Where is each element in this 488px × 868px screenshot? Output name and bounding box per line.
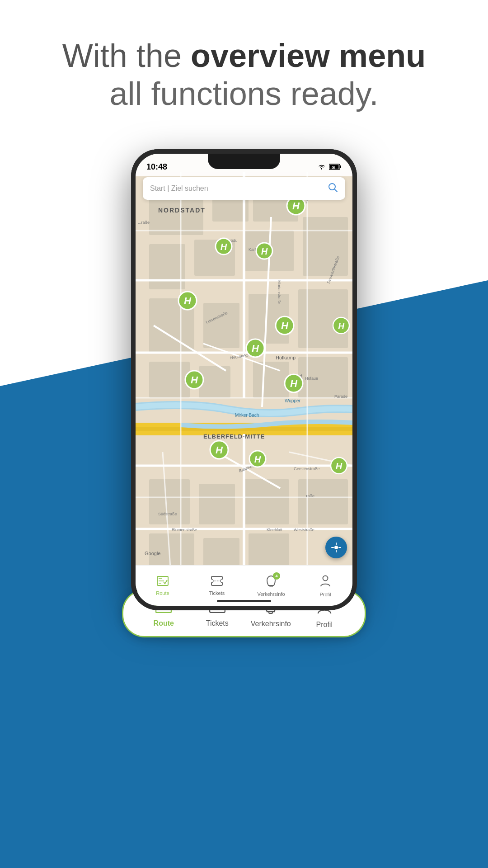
map-area[interactable]: NORDSTADT ELBERFELD-MITTE Hofkamp Mirker… — [136, 154, 352, 606]
phone-nav-profil-icon — [320, 575, 331, 590]
svg-text:Morianstraße: Morianstraße — [277, 280, 282, 304]
phone-nav-verkehrsinfo[interactable]: 4 Verkehrsinfo — [244, 575, 298, 597]
header-section: With the overview menu all functions rea… — [0, 36, 488, 112]
svg-text:Südstraße: Südstraße — [158, 512, 177, 516]
location-fab[interactable] — [325, 537, 347, 558]
svg-rect-24 — [149, 362, 190, 398]
search-icon[interactable] — [328, 183, 338, 195]
phone-bottom-nav: Route Tickets — [136, 565, 352, 606]
svg-text:Mirker Bach: Mirker Bach — [235, 413, 259, 418]
search-placeholder: Start | Ziel suchen — [150, 184, 328, 193]
svg-text:Google: Google — [145, 551, 160, 556]
phone-nav-route-label: Route — [156, 590, 169, 596]
phone-nav-badge: 4 — [273, 572, 280, 580]
phone-screen: NORDSTADT ELBERFELD-MITTE Hofkamp Mirker… — [136, 154, 352, 606]
svg-rect-19 — [303, 217, 348, 276]
svg-text:...raße: ...raße — [138, 220, 150, 225]
svg-text:H: H — [338, 321, 345, 331]
svg-rect-105 — [340, 165, 341, 168]
headline-normal: With the — [62, 38, 191, 74]
svg-rect-21 — [203, 303, 239, 348]
svg-text:Hofkamp: Hofkamp — [276, 355, 296, 360]
svg-rect-30 — [244, 479, 289, 524]
svg-text:H: H — [281, 320, 289, 331]
svg-rect-124 — [270, 585, 272, 587]
subheadline: all functions ready. — [0, 75, 488, 112]
phone-mockup: Route Tickets — [131, 149, 357, 610]
phone-nav-tickets-icon — [211, 576, 223, 589]
svg-text:H: H — [290, 378, 298, 389]
svg-text:H: H — [191, 374, 198, 386]
phone-nav-tickets-label: Tickets — [209, 590, 225, 596]
phone-device: NORDSTADT ELBERFELD-MITTE Hofkamp Mirker… — [131, 149, 357, 610]
svg-text:Hofaue: Hofaue — [305, 376, 318, 381]
phone-nav-profil-label: Profil — [319, 592, 331, 597]
battery-icon: G! — [329, 164, 342, 170]
floating-tickets-label: Tickets — [206, 619, 229, 627]
svg-rect-29 — [199, 484, 235, 524]
svg-text:H: H — [292, 200, 300, 212]
svg-line-109 — [334, 189, 337, 192]
floating-verkehrsinfo-label: Verkehrsinfo — [251, 620, 291, 628]
floating-route-label: Route — [154, 619, 174, 627]
wifi-icon — [317, 164, 326, 170]
svg-text:H: H — [252, 343, 259, 354]
svg-text:H: H — [184, 295, 192, 307]
google-watermark: Google — [145, 550, 172, 558]
phone-nav-route-icon — [157, 576, 169, 589]
svg-rect-10 — [269, 612, 272, 613]
svg-rect-13 — [149, 199, 203, 235]
phone-notch — [208, 154, 280, 169]
svg-rect-16 — [149, 244, 185, 289]
home-indicator — [217, 600, 271, 602]
headline: With the overview menu — [0, 36, 488, 75]
svg-text:Parade: Parade — [334, 394, 347, 399]
floating-profil-label: Profil — [316, 621, 333, 629]
status-time: 10:48 — [146, 162, 167, 172]
svg-point-125 — [323, 576, 328, 580]
svg-rect-31 — [298, 479, 348, 524]
svg-text:Blumenstraße: Blumenstraße — [172, 528, 197, 532]
headline-bold: overview menu — [191, 38, 426, 74]
svg-point-122 — [221, 579, 223, 583]
svg-text:H: H — [261, 246, 268, 256]
svg-text:H: H — [254, 454, 261, 464]
phone-nav-verkehrsinfo-icon: 4 — [266, 575, 277, 590]
status-icons: G! — [317, 164, 342, 170]
svg-point-121 — [211, 579, 213, 583]
phone-nav-route[interactable]: Route — [136, 576, 190, 596]
svg-text:Wupper: Wupper — [285, 398, 301, 403]
svg-text:NORDSTADT: NORDSTADT — [158, 207, 206, 214]
phone-nav-verkehrsinfo-label: Verkehrsinfo — [257, 591, 285, 597]
phone-nav-profil[interactable]: Profil — [298, 575, 352, 597]
search-bar[interactable]: Start | Ziel suchen — [143, 177, 345, 200]
svg-text:Weststraße: Weststraße — [294, 528, 314, 532]
svg-text:H: H — [221, 242, 227, 252]
phone-nav-tickets[interactable]: Tickets — [190, 576, 244, 596]
svg-text:ELBERFELD-MITTE: ELBERFELD-MITTE — [203, 433, 265, 440]
svg-text:H: H — [216, 444, 223, 456]
svg-text:...raße: ...raße — [303, 494, 314, 498]
svg-text:Kleeblatt: Kleeblatt — [267, 528, 283, 532]
svg-rect-28 — [149, 479, 190, 524]
svg-text:G!: G! — [332, 166, 335, 169]
svg-text:H: H — [336, 461, 343, 471]
svg-point-111 — [334, 546, 338, 549]
svg-text:Gerstenstraße: Gerstenstraße — [294, 467, 320, 471]
